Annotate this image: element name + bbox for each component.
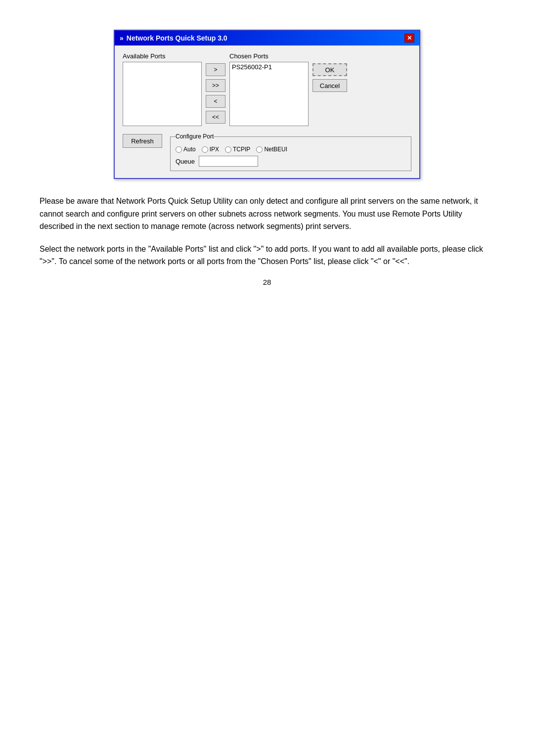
configure-port-group: Configure Port Auto IPX TCPIP — [170, 133, 411, 171]
dialog-close-button[interactable]: ✕ — [404, 34, 414, 43]
radio-tcpip-label: TCPIP — [233, 146, 250, 153]
add-all-button[interactable]: >> — [206, 79, 225, 92]
refresh-button[interactable]: Refresh — [123, 134, 162, 148]
page-number: 28 — [40, 278, 494, 286]
radio-netbeui-input[interactable] — [256, 146, 263, 153]
action-buttons-group: OK Cancel — [312, 52, 347, 92]
chosen-ports-label: Chosen Ports — [229, 52, 309, 60]
chosen-ports-listbox[interactable]: PS256002-P1 — [229, 62, 309, 126]
cancel-button[interactable]: Cancel — [312, 79, 347, 92]
bottom-section: Refresh Configure Port Auto IPX — [123, 133, 411, 171]
radio-netbeui-label: NetBEUI — [264, 146, 287, 153]
arrow-buttons-group: > >> < << — [206, 52, 225, 124]
available-ports-column: Available Ports — [123, 52, 202, 126]
remove-all-button[interactable]: << — [206, 111, 225, 124]
radio-auto-input[interactable] — [176, 146, 182, 153]
dialog-title-group: » Network Ports Quick Setup 3.0 — [120, 34, 227, 42]
available-ports-label: Available Ports — [123, 52, 202, 60]
radio-auto-label: Auto — [183, 146, 196, 153]
radio-row: Auto IPX TCPIP NetBEUI — [176, 146, 406, 153]
chosen-port-item: PS256002-P1 — [232, 63, 306, 71]
radio-tcpip-input[interactable] — [225, 146, 231, 153]
radio-netbeui-item[interactable]: NetBEUI — [256, 146, 287, 153]
ports-section: Available Ports > >> < << Chosen Ports P… — [123, 52, 411, 126]
radio-ipx-item[interactable]: IPX — [202, 146, 219, 153]
dialog-title-text: Network Ports Quick Setup 3.0 — [127, 34, 227, 42]
available-ports-listbox[interactable] — [123, 62, 202, 126]
remove-one-button[interactable]: < — [206, 95, 225, 108]
chosen-ports-column: Chosen Ports PS256002-P1 — [229, 52, 309, 126]
dialog-body: Available Ports > >> < << Chosen Ports P… — [115, 45, 419, 178]
ok-button[interactable]: OK — [312, 63, 347, 76]
dialog-titlebar: » Network Ports Quick Setup 3.0 ✕ — [115, 31, 419, 45]
radio-auto-item[interactable]: Auto — [176, 146, 196, 153]
radio-ipx-input[interactable] — [202, 146, 208, 153]
queue-input[interactable] — [199, 156, 258, 167]
paragraph-1: Please be aware that Network Ports Quick… — [40, 195, 494, 233]
dialog-wrapper: » Network Ports Quick Setup 3.0 ✕ Availa… — [40, 30, 494, 179]
queue-row: Queue — [176, 156, 406, 167]
configure-port-legend: Configure Port — [176, 133, 214, 140]
network-ports-dialog: » Network Ports Quick Setup 3.0 ✕ Availa… — [114, 30, 420, 179]
queue-label: Queue — [176, 158, 195, 165]
add-one-button[interactable]: > — [206, 63, 225, 76]
radio-ipx-label: IPX — [210, 146, 219, 153]
radio-tcpip-item[interactable]: TCPIP — [225, 146, 250, 153]
dialog-title-icon: » — [120, 34, 124, 42]
paragraph-2: Select the network ports in the "Availab… — [40, 243, 494, 268]
